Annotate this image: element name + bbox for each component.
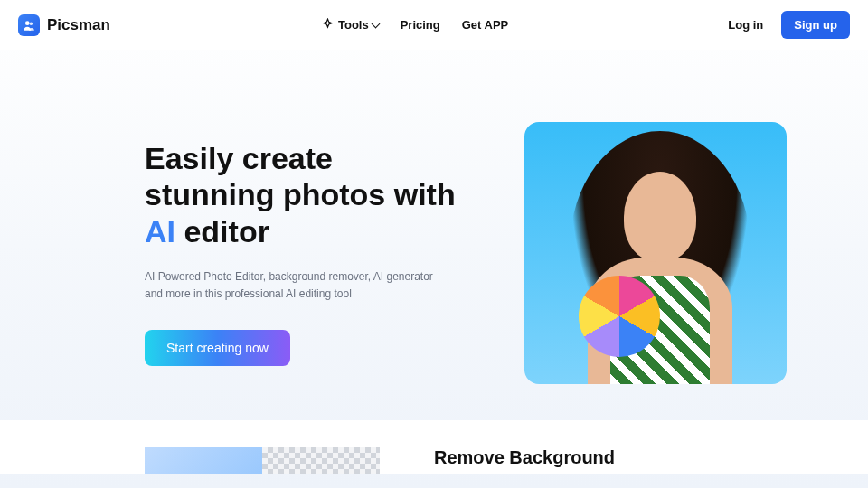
- nav-getapp[interactable]: Get APP: [462, 18, 509, 32]
- thumbnail-before: [145, 447, 262, 474]
- login-button[interactable]: Log in: [719, 13, 772, 37]
- brand-logo[interactable]: Picsman: [18, 14, 110, 36]
- hero-subtext: AI Powered Photo Editor, background remo…: [145, 268, 434, 303]
- brand-name: Picsman: [47, 16, 110, 34]
- feature-title: Remove Background: [434, 447, 615, 468]
- hero-image: [524, 122, 787, 384]
- svg-point-0: [25, 21, 30, 25]
- feature-thumbnail: [145, 447, 380, 474]
- nav-tools[interactable]: Tools: [321, 18, 379, 32]
- nav-tools-label: Tools: [338, 18, 369, 32]
- svg-point-1: [30, 22, 33, 25]
- site-header: Picsman Tools Pricing Get APP Log in Sig…: [0, 0, 868, 50]
- feature-section: Remove Background: [0, 420, 868, 474]
- signup-button[interactable]: Sign up: [781, 11, 850, 39]
- thumbnail-transparent: [262, 447, 380, 474]
- auth-buttons: Log in Sign up: [719, 11, 850, 39]
- sparkle-icon: [321, 18, 335, 32]
- nav-pricing[interactable]: Pricing: [401, 18, 440, 32]
- chevron-down-icon: [371, 19, 380, 28]
- main-nav: Tools Pricing Get APP: [321, 18, 508, 32]
- logo-icon: [18, 14, 40, 36]
- hero-headline: Easily create stunning photos with AI ed…: [145, 140, 470, 250]
- start-creating-button[interactable]: Start creating now: [145, 330, 290, 366]
- hero-section: Easily create stunning photos with AI ed…: [0, 50, 868, 420]
- hero-copy: Easily create stunning photos with AI ed…: [145, 140, 470, 367]
